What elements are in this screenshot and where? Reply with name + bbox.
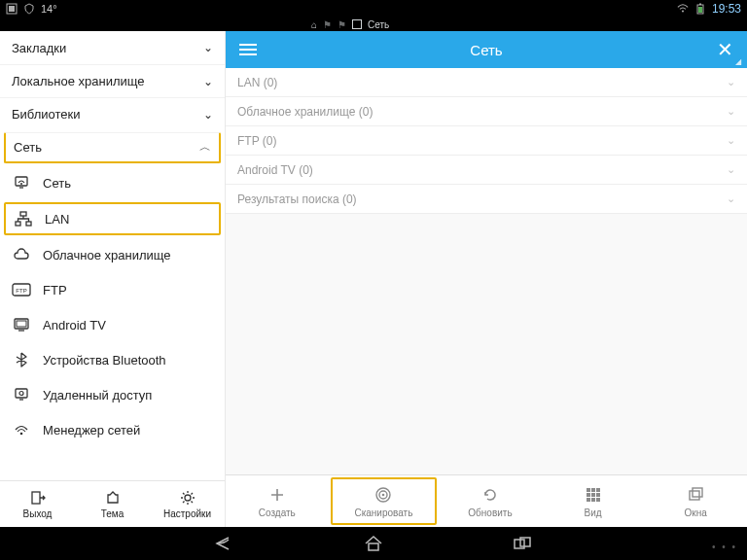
list-item-label: Android TV (0) [237, 163, 313, 177]
list-item[interactable]: Результаты поиска (0) ⌄ [226, 185, 747, 214]
list-item[interactable]: FTP (0) ⌄ [226, 126, 747, 156]
grid-icon [586, 485, 601, 505]
exit-button[interactable]: Выход [0, 481, 75, 527]
plus-icon [268, 485, 286, 505]
svg-point-22 [185, 495, 191, 501]
main-header: Сеть ✕ ◢ [226, 31, 747, 68]
sidebar-item-label: Удаленный доступ [43, 388, 152, 402]
page-title: Сеть [470, 42, 502, 58]
lan-icon [14, 209, 33, 228]
sidebar-item-netmanager[interactable]: Менеджер сетей [0, 412, 225, 447]
menu-button[interactable] [235, 40, 261, 59]
clock-text: 19:53 [712, 2, 741, 16]
button-label: Создать [259, 508, 296, 518]
view-button[interactable]: Вид [542, 475, 645, 527]
svg-rect-31 [596, 493, 600, 497]
sidebar-item-ftp[interactable]: FTP FTP [0, 272, 225, 307]
close-button[interactable]: ✕ [713, 36, 737, 63]
svg-rect-34 [596, 498, 600, 502]
list-item-label: Облачное хранилище (0) [237, 105, 373, 119]
list-item-label: FTP (0) [237, 134, 276, 148]
cloud-icon [12, 245, 31, 264]
svg-point-18 [19, 392, 23, 396]
home-button[interactable] [356, 534, 391, 553]
chevron-up-icon: ︿ [199, 139, 211, 156]
theme-button[interactable]: Тема [75, 481, 150, 527]
tab-icon [352, 19, 362, 29]
sidebar-item-bluetooth[interactable]: Устройства Bluetooth [0, 342, 225, 377]
ftp-icon: FTP [12, 280, 31, 299]
svg-point-25 [382, 493, 385, 496]
chevron-down-icon: ⌄ [727, 192, 735, 205]
sidebar-item-label: Облачное хранилище [43, 248, 171, 262]
breadcrumb-label: Сеть [368, 19, 389, 30]
chevron-down-icon: ⌄ [727, 105, 735, 118]
windows-icon [687, 485, 704, 505]
refresh-button[interactable]: Обновить [439, 475, 542, 527]
main-panel: Сеть ✕ ◢ LAN (0) ⌄ Облачное хранилище (0… [226, 31, 747, 527]
svg-rect-35 [690, 491, 699, 500]
svg-rect-32 [587, 498, 590, 502]
theme-icon [104, 489, 122, 507]
remote-icon [12, 385, 31, 404]
list-item-label: LAN (0) [237, 76, 277, 89]
svg-rect-27 [591, 488, 595, 492]
android-status-bar: 14° 19:53 [0, 0, 747, 18]
android-nav-bar: • • • [0, 527, 747, 560]
app-notif-icon [6, 3, 18, 15]
recent-button[interactable] [508, 534, 543, 553]
svg-rect-17 [16, 389, 27, 398]
settings-button[interactable]: Настройки [150, 481, 225, 527]
sidebar-cat-label: Библиотеки [12, 107, 80, 122]
sidebar-item-label: LAN [45, 212, 69, 227]
button-label: Окна [685, 508, 707, 518]
scan-button[interactable]: Сканировать [331, 477, 438, 525]
back-button[interactable] [204, 534, 239, 553]
bluetooth-icon [12, 350, 31, 369]
sidebar-item-remote[interactable]: Удаленный доступ [0, 377, 225, 412]
sidebar-item-androidtv[interactable]: Android TV [0, 307, 225, 342]
windows-button[interactable]: Окна [644, 475, 747, 527]
sidebar-cat-network[interactable]: Сеть ︿ [4, 132, 221, 163]
sidebar-cat-libraries[interactable]: Библиотеки ⌄ [0, 97, 225, 130]
svg-rect-28 [596, 488, 600, 492]
button-label: Обновить [468, 508, 512, 518]
scan-icon [374, 485, 393, 505]
sidebar-cat-label: Локальное хранилище [12, 74, 145, 88]
chevron-down-icon: ⌄ [727, 134, 735, 147]
svg-rect-11 [26, 222, 31, 226]
temperature-text: 14° [41, 3, 57, 15]
refresh-icon [481, 485, 499, 505]
sidebar-bottom-bar: Выход Тема Настройки [0, 480, 225, 527]
list-item[interactable]: LAN (0) ⌄ [226, 68, 747, 97]
button-label: Вид [585, 508, 602, 518]
sidebar-item-cloud[interactable]: Облачное хранилище [0, 237, 225, 272]
breadcrumb-bar: ⌂ ⚑ ⚑ Сеть [0, 18, 747, 31]
svg-rect-5 [698, 7, 702, 13]
tv-icon [12, 315, 31, 334]
list-item[interactable]: Облачное хранилище (0) ⌄ [226, 97, 747, 126]
svg-point-7 [20, 183, 22, 185]
flag-icon: ⚑ [323, 19, 332, 30]
sidebar-item-label: Android TV [43, 318, 106, 332]
chevron-down-icon: ⌄ [203, 41, 213, 54]
sidebar-cat-bookmarks[interactable]: Закладки ⌄ [0, 31, 225, 64]
chevron-down-icon: ⌄ [203, 75, 213, 88]
chevron-down-icon: ⌄ [727, 76, 735, 88]
resize-icon: ◢ [735, 57, 741, 66]
svg-rect-21 [32, 492, 40, 504]
sidebar-item-network[interactable]: Сеть [0, 165, 225, 200]
svg-rect-10 [16, 222, 20, 226]
sidebar-cat-label: Сеть [14, 140, 42, 155]
create-button[interactable]: Создать [226, 475, 329, 527]
svg-rect-37 [369, 543, 378, 550]
list-item[interactable]: Android TV (0) ⌄ [226, 156, 747, 185]
sidebar-cat-local[interactable]: Локальное хранилище ⌄ [0, 64, 225, 97]
wifi-icon [677, 3, 689, 15]
flag-icon-2: ⚑ [338, 19, 346, 30]
svg-rect-15 [17, 321, 26, 327]
sidebar-item-lan[interactable]: LAN [4, 202, 221, 235]
sidebar-item-label: FTP [43, 283, 67, 298]
source-list: LAN (0) ⌄ Облачное хранилище (0) ⌄ FTP (… [226, 68, 747, 474]
battery-icon [694, 3, 706, 15]
